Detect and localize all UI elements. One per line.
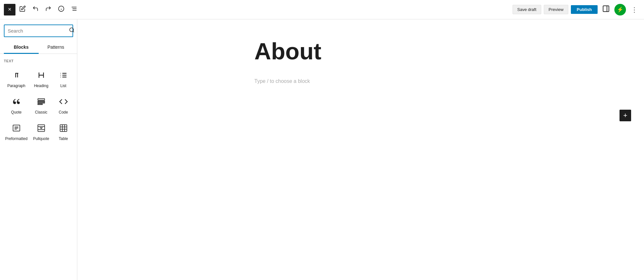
heading-label: Heading: [34, 84, 48, 88]
pullquote-label: Pullquote: [33, 136, 49, 141]
add-block-icon: +: [623, 111, 628, 120]
wp-lightning-icon: ⚡: [617, 6, 623, 13]
table-label: Table: [59, 136, 68, 141]
publish-button[interactable]: Publish: [571, 5, 598, 14]
quote-icon: [12, 97, 21, 107]
paragraph-icon: [12, 71, 21, 81]
code-icon: [59, 97, 68, 107]
list-view-button[interactable]: [68, 4, 80, 15]
close-icon: ×: [8, 6, 12, 13]
sidebar: Blocks Patterns TEXT Paragraph Heading: [0, 19, 77, 280]
search-icon: [69, 27, 75, 35]
close-button[interactable]: ×: [4, 4, 15, 15]
page-title[interactable]: About: [255, 39, 467, 64]
info-icon: [58, 5, 64, 14]
undo-icon: [32, 5, 39, 14]
preview-button[interactable]: Preview: [544, 5, 568, 14]
editor-area: About Type / to choose a block +: [77, 19, 644, 280]
toolbar: × Save draft Pre: [0, 0, 644, 19]
edit-icon: [19, 5, 26, 14]
block-item-classic[interactable]: Classic: [30, 92, 52, 118]
tab-patterns[interactable]: Patterns: [39, 41, 73, 54]
save-draft-button[interactable]: Save draft: [513, 5, 541, 14]
list-icon: [59, 71, 68, 81]
wp-logo-button[interactable]: ⚡: [614, 4, 626, 15]
classic-icon: [37, 97, 46, 107]
info-button[interactable]: [55, 4, 67, 15]
quote-label: Quote: [11, 110, 22, 115]
block-item-paragraph[interactable]: Paragraph: [3, 65, 30, 92]
text-section-label: TEXT: [0, 54, 77, 65]
svg-line-9: [73, 31, 74, 32]
editor-content: About Type / to choose a block: [229, 39, 493, 85]
code-label: Code: [59, 110, 68, 115]
block-item-pullquote[interactable]: Pullquote: [30, 118, 52, 145]
toolbar-left: ×: [4, 4, 80, 15]
redo-button[interactable]: [43, 4, 54, 15]
list-view-icon: [71, 5, 77, 14]
undo-button[interactable]: [30, 4, 41, 15]
preformatted-label: Preformatted: [5, 136, 27, 141]
svg-point-8: [70, 28, 73, 32]
block-item-heading[interactable]: Heading: [30, 65, 52, 92]
search-input[interactable]: [8, 28, 69, 34]
block-item-quote[interactable]: Quote: [3, 92, 30, 118]
svg-rect-6: [603, 6, 609, 12]
redo-icon: [45, 5, 52, 14]
blocks-grid: Paragraph Heading List: [0, 65, 77, 145]
classic-label: Classic: [35, 110, 47, 115]
list-label: List: [60, 84, 66, 88]
table-icon: [59, 124, 68, 134]
block-placeholder[interactable]: Type / to choose a block: [255, 77, 467, 85]
block-item-code[interactable]: Code: [52, 92, 74, 118]
svg-rect-17: [38, 101, 44, 102]
tab-blocks[interactable]: Blocks: [4, 41, 39, 54]
edit-button[interactable]: [17, 4, 28, 15]
sidebar-toggle-icon: [602, 5, 610, 14]
search-box: [4, 25, 73, 37]
preformatted-icon: [12, 124, 21, 134]
svg-rect-18: [38, 102, 44, 103]
svg-rect-29: [60, 125, 67, 132]
svg-rect-19: [38, 104, 42, 105]
svg-rect-24: [38, 125, 44, 132]
paragraph-label: Paragraph: [7, 84, 25, 88]
toolbar-right: Save draft Preview Publish ⚡ ⋮: [513, 4, 640, 15]
pullquote-icon: [37, 124, 46, 134]
block-item-table[interactable]: Table: [52, 118, 74, 145]
search-container: [0, 19, 77, 41]
svg-rect-16: [38, 99, 44, 100]
more-options-button[interactable]: ⋮: [629, 4, 640, 15]
block-item-preformatted[interactable]: Preformatted: [3, 118, 30, 145]
heading-icon: [37, 71, 46, 81]
block-item-list[interactable]: List: [52, 65, 74, 92]
add-block-button[interactable]: +: [620, 110, 631, 121]
main-layout: Blocks Patterns TEXT Paragraph Heading: [0, 19, 644, 280]
sidebar-toggle-button[interactable]: [600, 4, 612, 15]
more-options-icon: ⋮: [631, 6, 638, 14]
block-tabs: Blocks Patterns: [0, 41, 77, 54]
